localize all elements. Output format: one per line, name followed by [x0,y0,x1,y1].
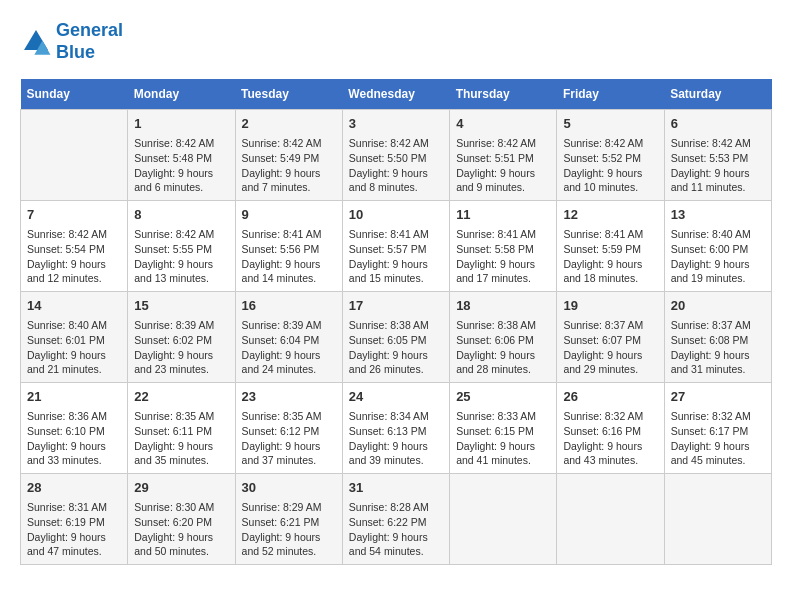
day-number: 19 [563,297,657,315]
weekday-header-sunday: Sunday [21,79,128,110]
day-number: 14 [27,297,121,315]
calendar-cell: 9Sunrise: 8:41 AMSunset: 5:56 PMDaylight… [235,201,342,292]
calendar-cell [21,110,128,201]
weekday-header-friday: Friday [557,79,664,110]
day-number: 29 [134,479,228,497]
calendar-cell: 24Sunrise: 8:34 AMSunset: 6:13 PMDayligh… [342,383,449,474]
day-info: Sunrise: 8:39 AMSunset: 6:04 PMDaylight:… [242,318,336,377]
day-info: Sunrise: 8:42 AMSunset: 5:48 PMDaylight:… [134,136,228,195]
calendar-cell: 20Sunrise: 8:37 AMSunset: 6:08 PMDayligh… [664,292,771,383]
calendar-week-2: 7Sunrise: 8:42 AMSunset: 5:54 PMDaylight… [21,201,772,292]
day-info: Sunrise: 8:42 AMSunset: 5:55 PMDaylight:… [134,227,228,286]
day-number: 2 [242,115,336,133]
calendar-cell: 16Sunrise: 8:39 AMSunset: 6:04 PMDayligh… [235,292,342,383]
weekday-header-row: SundayMondayTuesdayWednesdayThursdayFrid… [21,79,772,110]
day-info: Sunrise: 8:37 AMSunset: 6:07 PMDaylight:… [563,318,657,377]
day-number: 6 [671,115,765,133]
calendar-cell: 2Sunrise: 8:42 AMSunset: 5:49 PMDaylight… [235,110,342,201]
day-info: Sunrise: 8:42 AMSunset: 5:52 PMDaylight:… [563,136,657,195]
day-info: Sunrise: 8:41 AMSunset: 5:57 PMDaylight:… [349,227,443,286]
calendar-cell: 17Sunrise: 8:38 AMSunset: 6:05 PMDayligh… [342,292,449,383]
calendar-cell: 8Sunrise: 8:42 AMSunset: 5:55 PMDaylight… [128,201,235,292]
day-number: 12 [563,206,657,224]
calendar-week-1: 1Sunrise: 8:42 AMSunset: 5:48 PMDaylight… [21,110,772,201]
calendar-cell: 19Sunrise: 8:37 AMSunset: 6:07 PMDayligh… [557,292,664,383]
day-number: 24 [349,388,443,406]
day-number: 23 [242,388,336,406]
day-number: 8 [134,206,228,224]
day-info: Sunrise: 8:29 AMSunset: 6:21 PMDaylight:… [242,500,336,559]
day-number: 4 [456,115,550,133]
day-info: Sunrise: 8:39 AMSunset: 6:02 PMDaylight:… [134,318,228,377]
day-info: Sunrise: 8:32 AMSunset: 6:16 PMDaylight:… [563,409,657,468]
day-info: Sunrise: 8:32 AMSunset: 6:17 PMDaylight:… [671,409,765,468]
day-number: 18 [456,297,550,315]
day-number: 30 [242,479,336,497]
calendar-cell: 11Sunrise: 8:41 AMSunset: 5:58 PMDayligh… [450,201,557,292]
logo: General Blue [20,20,123,63]
day-number: 20 [671,297,765,315]
calendar-cell: 1Sunrise: 8:42 AMSunset: 5:48 PMDaylight… [128,110,235,201]
day-info: Sunrise: 8:42 AMSunset: 5:54 PMDaylight:… [27,227,121,286]
day-number: 7 [27,206,121,224]
day-number: 25 [456,388,550,406]
calendar-cell: 26Sunrise: 8:32 AMSunset: 6:16 PMDayligh… [557,383,664,474]
day-info: Sunrise: 8:30 AMSunset: 6:20 PMDaylight:… [134,500,228,559]
day-info: Sunrise: 8:41 AMSunset: 5:58 PMDaylight:… [456,227,550,286]
day-number: 11 [456,206,550,224]
day-info: Sunrise: 8:42 AMSunset: 5:49 PMDaylight:… [242,136,336,195]
weekday-header-thursday: Thursday [450,79,557,110]
calendar-week-4: 21Sunrise: 8:36 AMSunset: 6:10 PMDayligh… [21,383,772,474]
calendar-cell: 12Sunrise: 8:41 AMSunset: 5:59 PMDayligh… [557,201,664,292]
day-info: Sunrise: 8:34 AMSunset: 6:13 PMDaylight:… [349,409,443,468]
calendar-cell: 18Sunrise: 8:38 AMSunset: 6:06 PMDayligh… [450,292,557,383]
logo-text: General Blue [56,20,123,63]
weekday-header-saturday: Saturday [664,79,771,110]
day-info: Sunrise: 8:42 AMSunset: 5:51 PMDaylight:… [456,136,550,195]
calendar-cell [557,473,664,564]
day-info: Sunrise: 8:41 AMSunset: 5:59 PMDaylight:… [563,227,657,286]
weekday-header-wednesday: Wednesday [342,79,449,110]
day-info: Sunrise: 8:28 AMSunset: 6:22 PMDaylight:… [349,500,443,559]
day-number: 26 [563,388,657,406]
calendar-cell: 5Sunrise: 8:42 AMSunset: 5:52 PMDaylight… [557,110,664,201]
day-info: Sunrise: 8:37 AMSunset: 6:08 PMDaylight:… [671,318,765,377]
calendar-cell: 13Sunrise: 8:40 AMSunset: 6:00 PMDayligh… [664,201,771,292]
day-number: 3 [349,115,443,133]
day-info: Sunrise: 8:38 AMSunset: 6:05 PMDaylight:… [349,318,443,377]
calendar-cell: 6Sunrise: 8:42 AMSunset: 5:53 PMDaylight… [664,110,771,201]
calendar-cell: 22Sunrise: 8:35 AMSunset: 6:11 PMDayligh… [128,383,235,474]
calendar-cell: 4Sunrise: 8:42 AMSunset: 5:51 PMDaylight… [450,110,557,201]
calendar-cell [450,473,557,564]
day-info: Sunrise: 8:40 AMSunset: 6:01 PMDaylight:… [27,318,121,377]
day-number: 22 [134,388,228,406]
calendar-cell: 15Sunrise: 8:39 AMSunset: 6:02 PMDayligh… [128,292,235,383]
calendar-cell: 3Sunrise: 8:42 AMSunset: 5:50 PMDaylight… [342,110,449,201]
calendar-table: SundayMondayTuesdayWednesdayThursdayFrid… [20,79,772,565]
calendar-cell: 7Sunrise: 8:42 AMSunset: 5:54 PMDaylight… [21,201,128,292]
day-number: 1 [134,115,228,133]
day-number: 16 [242,297,336,315]
calendar-cell: 14Sunrise: 8:40 AMSunset: 6:01 PMDayligh… [21,292,128,383]
calendar-cell: 21Sunrise: 8:36 AMSunset: 6:10 PMDayligh… [21,383,128,474]
day-info: Sunrise: 8:31 AMSunset: 6:19 PMDaylight:… [27,500,121,559]
weekday-header-tuesday: Tuesday [235,79,342,110]
calendar-week-3: 14Sunrise: 8:40 AMSunset: 6:01 PMDayligh… [21,292,772,383]
calendar-cell: 27Sunrise: 8:32 AMSunset: 6:17 PMDayligh… [664,383,771,474]
day-number: 10 [349,206,443,224]
day-info: Sunrise: 8:38 AMSunset: 6:06 PMDaylight:… [456,318,550,377]
calendar-cell [664,473,771,564]
calendar-cell: 30Sunrise: 8:29 AMSunset: 6:21 PMDayligh… [235,473,342,564]
calendar-cell: 29Sunrise: 8:30 AMSunset: 6:20 PMDayligh… [128,473,235,564]
day-number: 17 [349,297,443,315]
day-number: 27 [671,388,765,406]
page-header: General Blue [20,20,772,63]
logo-icon [20,26,52,58]
day-info: Sunrise: 8:33 AMSunset: 6:15 PMDaylight:… [456,409,550,468]
day-number: 15 [134,297,228,315]
day-info: Sunrise: 8:42 AMSunset: 5:53 PMDaylight:… [671,136,765,195]
day-number: 31 [349,479,443,497]
calendar-cell: 25Sunrise: 8:33 AMSunset: 6:15 PMDayligh… [450,383,557,474]
day-info: Sunrise: 8:42 AMSunset: 5:50 PMDaylight:… [349,136,443,195]
day-info: Sunrise: 8:35 AMSunset: 6:12 PMDaylight:… [242,409,336,468]
